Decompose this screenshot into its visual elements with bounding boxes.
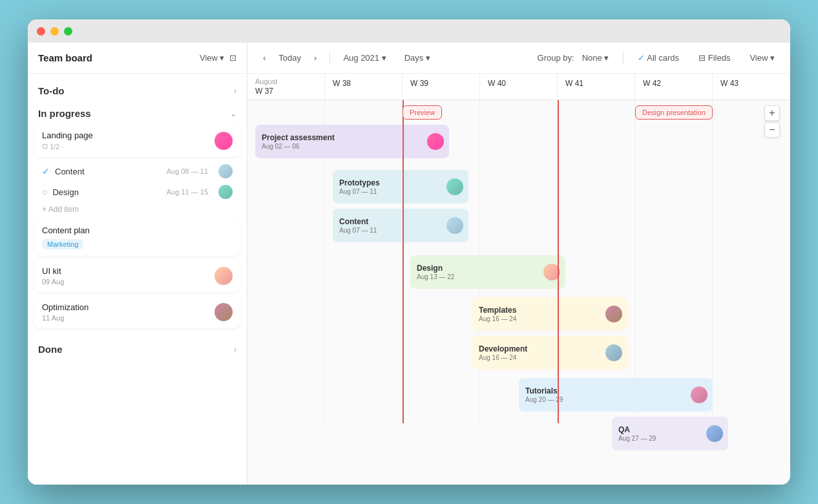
toolbar-right: Group by: None ▾ ✓ All cards ⊟ Fileds xyxy=(538,50,780,65)
next-button[interactable]: › xyxy=(309,50,322,65)
gantt-col-w43 xyxy=(713,100,790,423)
design-presentation-event[interactable]: Design presentation xyxy=(635,105,713,120)
sidebar: Team board View ▾ ⊡ To-do › In prog xyxy=(28,43,247,485)
app-window: Team board View ▾ ⊡ To-do › In prog xyxy=(28,19,790,485)
week-header-w40: W 40 xyxy=(480,74,558,100)
item-name: UI kit xyxy=(42,266,215,276)
gantt-col-w42 xyxy=(635,100,713,423)
week-header-w41: W 41 xyxy=(558,74,635,100)
fileds-button[interactable]: ⊟ Fileds xyxy=(693,50,735,65)
marker-line xyxy=(558,100,559,423)
unit-selector[interactable]: Days ▾ xyxy=(399,50,435,65)
task-bar-development[interactable]: Development Aug 16 — 24 xyxy=(472,336,627,370)
inprogress-chevron-icon: ⌄ xyxy=(230,109,236,118)
dot-icon: · xyxy=(61,143,63,151)
avatar xyxy=(706,425,723,442)
item-date: Aug 11 — 15 xyxy=(167,188,208,196)
avatar xyxy=(446,217,463,234)
titlebar xyxy=(28,19,790,43)
toolbar-separator xyxy=(623,52,624,65)
avatar xyxy=(691,386,708,403)
sidebar-content: To-do › In progress ⌄ Landing page ⊡ xyxy=(28,74,247,485)
avatar xyxy=(215,303,233,321)
chevron-down-icon: ▾ xyxy=(220,53,224,63)
task-bar-qa[interactable]: QA Aug 27 — 29 xyxy=(612,417,728,450)
subtask-icon: ⊡ xyxy=(42,142,48,151)
toolbar: ‹ Today › Aug 2021 ▾ Days ▾ Group by: xyxy=(247,43,790,74)
list-item[interactable]: UI kit 09 Aug xyxy=(34,260,240,292)
list-item[interactable]: Landing page ⊡ 1/2 · xyxy=(34,124,240,157)
checkbox-icon: ○ xyxy=(42,187,47,197)
avatar xyxy=(218,164,233,178)
main-content: ‹ Today › Aug 2021 ▾ Days ▾ Group by: xyxy=(247,43,790,485)
expand-sidebar-button[interactable]: ⊡ xyxy=(229,53,236,63)
task-bar-project-assessment[interactable]: Project assessment Aug 02 — 06 xyxy=(255,125,449,158)
chevron-down-icon: ▾ xyxy=(770,53,775,63)
item-date: Aug 08 — 11 xyxy=(167,167,208,175)
item-name: Landing page xyxy=(42,131,215,140)
inprogress-items: Landing page ⊡ 1/2 · ✓ Content xyxy=(28,124,247,337)
sidebar-section-todo[interactable]: To-do › xyxy=(28,79,247,101)
nav-controls: ‹ Today › xyxy=(258,50,322,65)
avatar xyxy=(427,133,444,150)
gantt-header: August W 37 W 38 W 39 W 40 W 41 xyxy=(247,74,790,100)
avatar xyxy=(605,344,622,361)
view-button[interactable]: View ▾ xyxy=(744,50,780,65)
task-bar-prototypes[interactable]: Prototypes Aug 07 — 11 xyxy=(333,170,468,204)
view-button[interactable]: View ▾ xyxy=(200,53,224,63)
unit-label: Days xyxy=(404,53,424,63)
sidebar-section-done[interactable]: Done › xyxy=(28,337,247,360)
todo-title: To-do xyxy=(38,85,65,96)
prev-button[interactable]: ‹ xyxy=(258,50,271,65)
item-name: Design xyxy=(52,187,78,197)
today-button[interactable]: Today xyxy=(273,50,306,65)
list-item[interactable]: ✓ Content Aug 08 — 11 xyxy=(34,161,240,182)
sidebar-section-inprogress[interactable]: In progress ⌄ xyxy=(28,101,247,124)
done-title: Done xyxy=(38,344,63,355)
sidebar-header-actions: View ▾ ⊡ xyxy=(200,53,236,63)
avatar xyxy=(605,306,622,322)
task-bar-templates[interactable]: Templates Aug 16 — 24 xyxy=(472,297,627,331)
check-icon: ✓ xyxy=(638,53,645,63)
toolbar-separator xyxy=(330,52,330,65)
minimize-dot[interactable] xyxy=(50,27,59,36)
add-item-button[interactable]: + Add item xyxy=(34,202,240,219)
week-header-w37: August W 37 xyxy=(247,74,325,100)
week-header-w42: W 42 xyxy=(635,74,713,100)
item-date: 09 Aug xyxy=(42,278,215,286)
group-label: Group by: xyxy=(538,53,574,63)
app-body: Team board View ▾ ⊡ To-do › In prog xyxy=(28,43,790,485)
zoom-in-button[interactable]: + xyxy=(764,105,780,121)
board-title: Team board xyxy=(38,52,194,63)
list-item[interactable]: ○ Design Aug 11 — 15 xyxy=(34,182,240,202)
maximize-dot[interactable] xyxy=(64,27,72,36)
list-item[interactable]: Optimization 11 Aug xyxy=(34,296,240,328)
sidebar-header: Team board View ▾ ⊡ xyxy=(28,43,247,74)
item-name: Content plan xyxy=(42,226,90,235)
item-counter: ⊡ 1/2 · xyxy=(42,142,215,151)
period-label: Aug 2021 xyxy=(343,53,379,63)
close-dot[interactable] xyxy=(37,27,45,36)
week-header-w38: W 38 xyxy=(325,74,403,100)
period-selector[interactable]: Aug 2021 ▾ xyxy=(338,50,391,65)
zoom-out-button[interactable]: − xyxy=(764,122,780,138)
chevron-down-icon: ▾ xyxy=(382,53,386,63)
avatar xyxy=(215,132,233,150)
group-selector[interactable]: None ▾ xyxy=(577,50,614,65)
all-cards-button[interactable]: ✓ All cards xyxy=(633,50,684,65)
gantt-body: + − Preview Design presentation Project … xyxy=(247,100,790,423)
todo-chevron-icon: › xyxy=(234,87,236,96)
chevron-down-icon: ▾ xyxy=(426,53,430,63)
avatar xyxy=(215,267,233,285)
today-line xyxy=(403,100,404,423)
task-bar-tutorials[interactable]: Tutorials Aug 20 — 29 xyxy=(519,378,713,412)
item-name: Optimization xyxy=(42,302,215,312)
task-bar-content[interactable]: Content Aug 07 — 11 xyxy=(333,209,468,242)
task-bar-design[interactable]: Design Aug 13 — 22 xyxy=(410,255,565,289)
filter-icon: ⊟ xyxy=(698,53,706,63)
gantt-col-w41 xyxy=(558,100,635,423)
list-item[interactable]: Content plan Marketing xyxy=(34,219,240,256)
chevron-down-icon: ▾ xyxy=(604,53,609,63)
preview-event[interactable]: Preview xyxy=(403,105,442,120)
checkbox-checked-icon: ✓ xyxy=(42,166,50,176)
